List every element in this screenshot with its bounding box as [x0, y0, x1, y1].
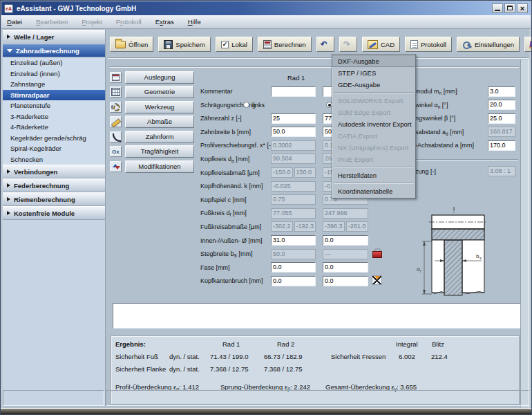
toolbar-button[interactable]: Lokal — [216, 37, 253, 52]
form-field[interactable]: -150.0 — [271, 167, 293, 178]
menu-item[interactable]: STEP / IGES — [332, 67, 415, 79]
form-field[interactable]: 170.0 — [488, 140, 515, 151]
menubar-item[interactable]: Datei — [7, 18, 22, 26]
form-field[interactable]: 168.817 — [488, 127, 515, 137]
form-field[interactable]: 0.0 — [323, 235, 368, 246]
label-part: [mm] — [237, 250, 253, 257]
form-field[interactable]: 0.3002 — [271, 140, 316, 151]
toolbar-button[interactable]: Einstellungen — [457, 37, 520, 52]
calc-nav-button[interactable]: Tragfähigkeit — [125, 145, 194, 158]
menu-item[interactable]: Solid Edge Export — [332, 107, 415, 118]
sidebar-item[interactable]: 4-Räderkette — [3, 122, 105, 133]
toolbar-button[interactable] — [316, 37, 334, 52]
form-field[interactable]: 0.0 — [323, 262, 368, 273]
tragfaehigkeit-icon — [110, 146, 122, 157]
toolbar-button[interactable]: Hilfe — [524, 37, 532, 52]
calc-nav-button[interactable]: Auslegung — [125, 71, 194, 84]
sidebar-section-header[interactable]: Zahnradberechnung — [3, 44, 105, 57]
sidebar-item[interactable]: Schnecken — [3, 154, 105, 165]
form-field[interactable]: --- — [323, 249, 368, 259]
result-value: 7.368 / 12.75 — [210, 365, 248, 373]
sidebar-item[interactable]: Einzelrad (innen) — [3, 68, 105, 80]
form-field[interactable]: 20.0 — [488, 100, 515, 110]
form-field[interactable]: 150.0 — [294, 167, 316, 178]
menubar-item[interactable]: Extras — [155, 18, 174, 26]
sidebar-item[interactable]: Stirnradpaar — [3, 90, 105, 101]
calc-nav-button[interactable]: Modifikationen — [125, 160, 194, 173]
form-field[interactable]: 0.0 — [271, 276, 316, 286]
toolbar-button[interactable]: Berechnen — [258, 37, 312, 52]
form-field[interactable]: 50.0 — [271, 127, 316, 137]
menu-item[interactable]: Autodesk Inventor Export — [332, 118, 415, 130]
calc-nav-button[interactable]: Werkzeug — [125, 101, 194, 113]
form-field[interactable]: 50.0 — [271, 249, 316, 259]
sidebar-item[interactable]: 3-Räderkette — [3, 111, 105, 122]
menu-item[interactable]: Koordinatentabelle — [332, 185, 415, 197]
sidebar-item[interactable]: Planetenstufe — [3, 100, 105, 111]
calc-nav-row: Werkzeug — [110, 100, 194, 115]
scrollbar[interactable] — [520, 59, 529, 407]
toolbar-button[interactable] — [339, 37, 357, 52]
sidebar-item[interactable]: Zahnstange — [3, 79, 105, 90]
maximize-button[interactable] — [504, 3, 515, 13]
radio-links[interactable] — [243, 102, 249, 108]
form-field[interactable]: 0.0 — [323, 276, 368, 286]
menubar-item[interactable]: Bearbeiten — [36, 18, 68, 26]
menubar-item[interactable]: Projekt — [82, 18, 102, 26]
form-field[interactable] — [271, 86, 316, 97]
menu-item[interactable]: ProE Export — [332, 154, 415, 165]
form-field[interactable]: 0.75 — [271, 194, 316, 205]
toolbar-button[interactable]: Protokoll — [405, 37, 452, 52]
sidebar-item[interactable]: Kegelräder gerade/schräg — [3, 133, 105, 144]
form-field[interactable]: -0.025 — [271, 181, 316, 192]
sidebar-section-header[interactable]: Kostenfreie Module — [3, 206, 105, 220]
form-field[interactable]: 3.08 : 1 — [488, 166, 515, 176]
menu-item[interactable]: Herstelldaten — [332, 169, 415, 181]
calc-nav-buttons: Auslegung Geometrie Werkzeug Abmaße Zahn… — [110, 70, 194, 174]
toolbar-button-label: Protokoll — [421, 41, 446, 48]
form-field[interactable]: -302.2 — [271, 221, 293, 232]
toolbar-button[interactable]: Öffnen — [110, 37, 153, 52]
sidebar-section-header[interactable]: Welle / Lager — [3, 30, 105, 44]
toolbar-button[interactable]: Speichern — [158, 37, 211, 52]
form-field[interactable]: 247.996 — [323, 208, 368, 219]
minimize-button[interactable] — [492, 3, 503, 13]
field-label: Kommentar — [200, 88, 233, 95]
form-field[interactable]: 77.055 — [271, 208, 316, 219]
sidebar-item[interactable]: Spiral-Kegelräder — [3, 143, 105, 154]
form-field[interactable]: -398.3 — [323, 221, 345, 232]
form-field[interactable]: -192.3 — [294, 221, 316, 232]
maximize-icon — [507, 6, 513, 10]
menubar-item[interactable]: Hilfe — [188, 18, 201, 26]
lock-icon[interactable] — [372, 248, 382, 258]
calc-nav-row: Geometrie — [110, 85, 194, 100]
menubar-item[interactable]: Protokoll — [116, 18, 142, 26]
sidebar-section-header[interactable]: Verbindungen — [3, 165, 105, 178]
form-field[interactable]: 90.504 — [271, 154, 316, 164]
menu-item[interactable]: NX (Unigraphics) Export — [332, 142, 415, 154]
chamfer-icon[interactable] — [372, 275, 382, 285]
form-field[interactable]: 3.0 — [488, 86, 515, 97]
menu-item[interactable]: CATIA Export — [332, 130, 415, 142]
calc-nav-button[interactable]: Geometrie — [125, 86, 194, 98]
results-col-blitz: Blitz — [432, 340, 444, 348]
menu-item[interactable]: DXF-Ausgabe — [332, 55, 415, 67]
calc-nav-button[interactable]: Abmaße — [125, 116, 194, 128]
sidebar-section-header[interactable]: Federberechnung — [3, 178, 105, 192]
menu-item[interactable]: GDE-Ausgabe — [332, 79, 415, 91]
form-field[interactable]: 25.0 — [488, 113, 515, 124]
menu-item[interactable]: SOLIDWORKS Export — [332, 95, 415, 107]
message-area[interactable] — [113, 303, 528, 329]
sidebar-item[interactable]: Einzelrad (außen) — [3, 57, 105, 68]
form-field[interactable]: 25 — [271, 113, 316, 124]
form-field[interactable]: 0.0 — [271, 262, 316, 273]
form-field[interactable]: 31.0 — [271, 235, 316, 246]
form-field[interactable]: -261.0 — [346, 221, 368, 232]
calc-nav-button[interactable]: Zahnform — [125, 131, 194, 143]
window-frame-right — [529, 29, 531, 408]
close-button[interactable]: × — [517, 3, 528, 13]
toolbar-separator — [108, 57, 529, 59]
title-bar[interactable]: eA eAssistant - GWJ Technology GmbH × — [1, 1, 531, 15]
toolbar-button[interactable]: CAD — [362, 37, 400, 52]
sidebar-section-header[interactable]: Riemenberechnung — [3, 192, 105, 206]
